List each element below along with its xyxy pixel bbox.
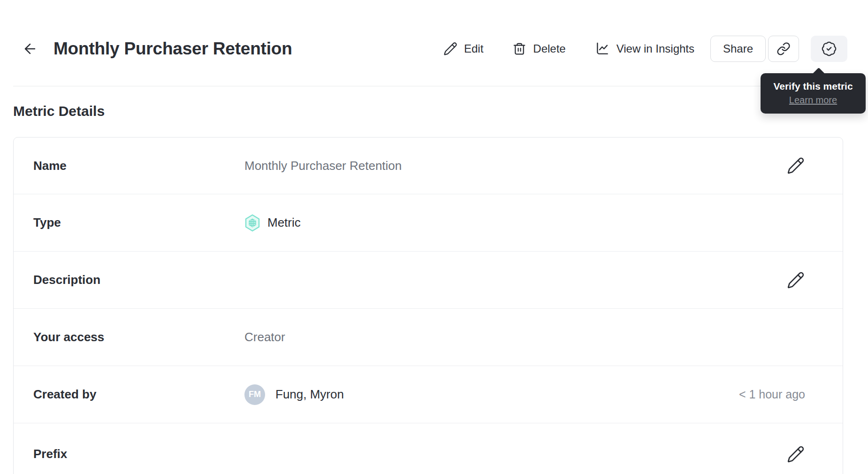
created-time-badge: < 1 hour ago (739, 388, 805, 401)
type-value: Metric (267, 215, 301, 230)
edit-name-button[interactable] (786, 156, 805, 175)
row-label: Type (33, 215, 244, 230)
table-row-your-access: Your access Creator (14, 308, 843, 366)
page-header: Monthly Purchaser Retention Edit Dele (13, 0, 855, 86)
created-by-value: Fung, Myron (275, 387, 344, 402)
pencil-icon (787, 271, 805, 289)
share-button-label: Share (723, 42, 753, 55)
page-title: Monthly Purchaser Retention (53, 39, 292, 59)
table-row-prefix: Prefix (14, 423, 843, 474)
row-value: Creator (244, 330, 805, 344)
pencil-icon (443, 42, 457, 56)
line-chart-icon (595, 41, 610, 56)
row-label: Name (33, 159, 244, 173)
tooltip-title: Verify this metric (764, 79, 862, 93)
view-in-insights-button[interactable]: View in Insights (595, 41, 694, 56)
header-toolbar: Edit Delete View in Insights (443, 36, 847, 62)
row-label: Created by (33, 387, 244, 402)
copy-link-button[interactable] (768, 36, 799, 62)
tooltip-learn-more-link[interactable]: Learn more (764, 93, 862, 107)
back-button[interactable] (21, 39, 39, 58)
copy-link-icon (777, 42, 791, 56)
delete-button[interactable]: Delete (512, 42, 565, 56)
edit-button[interactable]: Edit (443, 42, 483, 56)
table-row-name: Name Monthly Purchaser Retention (14, 138, 843, 194)
edit-prefix-button[interactable] (786, 445, 805, 464)
delete-button-label: Delete (533, 42, 565, 55)
trash-icon (512, 42, 526, 56)
metric-hexagon-icon (244, 214, 260, 232)
table-row-description: Description (14, 251, 843, 308)
section-title: Metric Details (13, 103, 855, 119)
pencil-icon (787, 157, 805, 175)
edit-description-button[interactable] (786, 271, 805, 290)
row-label: Your access (33, 330, 244, 344)
pencil-icon (787, 445, 805, 463)
view-in-insights-label: View in Insights (617, 42, 694, 55)
row-value: Monthly Purchaser Retention (244, 159, 786, 173)
arrow-left-icon (22, 41, 38, 57)
verify-tooltip: Verify this metric Learn more (761, 73, 866, 114)
verify-badge-icon (821, 41, 837, 57)
share-button[interactable]: Share (710, 36, 766, 62)
row-label: Description (33, 273, 244, 287)
share-button-group: Share (710, 36, 847, 62)
row-label: Prefix (33, 447, 244, 461)
avatar: FM (244, 384, 265, 405)
verify-metric-button[interactable] (811, 36, 847, 62)
table-row-type: Type Metric (14, 194, 843, 251)
metric-details-page: Monthly Purchaser Retention Edit Dele (0, 0, 868, 474)
table-row-created-by: Created by FM Fung, Myron < 1 hour ago (14, 366, 843, 423)
metric-details-card: Name Monthly Purchaser Retention Type (13, 137, 843, 474)
edit-button-label: Edit (464, 42, 483, 55)
